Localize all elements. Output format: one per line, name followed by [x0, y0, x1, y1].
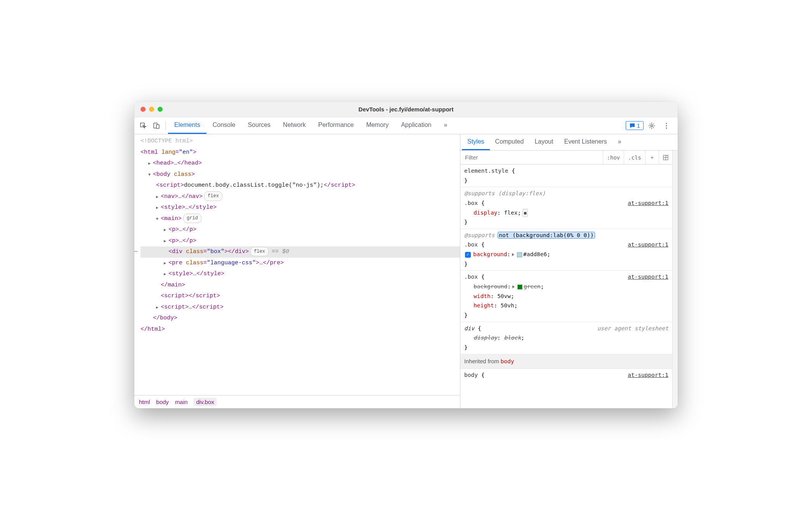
titlebar: DevTools - jec.fyi/demo/at-support	[134, 102, 678, 117]
rule-supports-flex[interactable]: @supports (display:flex) .box {at-suppor…	[460, 187, 672, 229]
close-window-button[interactable]	[141, 107, 146, 112]
tab-elements[interactable]: Elements	[168, 117, 206, 134]
inspect-icon[interactable]	[137, 119, 150, 132]
more-icon[interactable]	[660, 119, 673, 132]
dom-tree[interactable]: <!DOCTYPE html> <html lang="en"> ▶<head>…	[134, 134, 460, 395]
source-link[interactable]: at-support:1	[628, 272, 668, 282]
crumb-body[interactable]: body	[156, 399, 169, 405]
source-link[interactable]: at-support:1	[628, 240, 668, 250]
scrollbar[interactable]	[672, 151, 678, 408]
svg-point-2	[651, 125, 653, 127]
device-toggle-icon[interactable]	[150, 119, 163, 132]
window-title: DevTools - jec.fyi/demo/at-support	[359, 106, 454, 113]
crumb-html[interactable]: html	[139, 399, 150, 405]
subtab-layout[interactable]: Layout	[529, 134, 559, 150]
tab-memory[interactable]: Memory	[360, 117, 395, 134]
crumb-main[interactable]: main	[175, 399, 188, 405]
caret-right-icon[interactable]: ▶	[148, 160, 153, 167]
caret-down-icon[interactable]: ▼	[156, 215, 161, 223]
issues-badge[interactable]: 1	[626, 121, 644, 130]
property-checkbox[interactable]: ✓	[465, 252, 471, 258]
svg-point-4	[666, 125, 667, 126]
fullscreen-window-button[interactable]	[158, 107, 163, 112]
source-link[interactable]: at-support:1	[628, 198, 668, 208]
styles-filter-input[interactable]	[460, 151, 603, 164]
styles-rule-list[interactable]: element.style { } @supports (display:fle…	[460, 165, 672, 408]
toolbar-separator	[165, 121, 166, 130]
console-ref: == $0	[272, 248, 289, 255]
grid-badge[interactable]: grid	[183, 213, 201, 223]
new-rule-icon[interactable]: ＋	[645, 151, 659, 164]
minimize-window-button[interactable]	[149, 107, 154, 112]
caret-right-icon[interactable]: ▶	[164, 226, 168, 234]
crumb-divbox[interactable]: div.box	[194, 398, 216, 406]
caret-right-icon[interactable]: ▶	[156, 204, 161, 212]
caret-right-icon[interactable]: ▶	[164, 238, 168, 245]
tabs-overflow-icon[interactable]: »	[437, 117, 453, 134]
issues-count: 1	[637, 122, 640, 129]
rule-inline[interactable]: element.style { }	[460, 165, 672, 187]
main-tabs: Elements Console Sources Network Perform…	[168, 117, 626, 134]
hov-toggle[interactable]: :hov	[603, 151, 624, 164]
caret-right-icon[interactable]: ▶	[164, 260, 168, 267]
rule-body[interactable]: body {at-support:1	[460, 369, 672, 382]
main-area: <!DOCTYPE html> <html lang="en"> ▶<head>…	[134, 134, 678, 408]
styles-subtabs: Styles Computed Layout Event Listeners »	[460, 134, 678, 151]
rule-supports-not[interactable]: @supports not (background:lab(0% 0 0)) .…	[460, 229, 672, 271]
caret-right-icon[interactable]: ▶	[156, 304, 161, 311]
tab-application[interactable]: Application	[395, 117, 437, 134]
rule-box[interactable]: .box {at-support:1 background:green; wid…	[460, 271, 672, 322]
styles-panel: Styles Computed Layout Event Listeners »…	[460, 134, 678, 408]
subtab-styles[interactable]: Styles	[462, 134, 490, 150]
svg-point-5	[666, 127, 667, 128]
rule-ua[interactable]: div {user agent stylesheet display: bloc…	[460, 322, 672, 354]
user-agent-label: user agent stylesheet	[597, 324, 668, 333]
tab-console[interactable]: Console	[206, 117, 242, 134]
color-swatch[interactable]	[517, 284, 522, 290]
settings-icon[interactable]	[645, 119, 658, 132]
source-link[interactable]: at-support:1	[628, 370, 668, 380]
flex-badge[interactable]: flex	[204, 191, 222, 201]
toolbar-right: 1	[626, 119, 675, 132]
caret-right-icon[interactable]: ▶	[156, 193, 161, 201]
subtab-event-listeners[interactable]: Event Listeners	[559, 134, 612, 150]
color-swatch[interactable]	[517, 252, 522, 257]
main-toolbar: Elements Console Sources Network Perform…	[134, 117, 678, 134]
devtools-window: DevTools - jec.fyi/demo/at-support Eleme…	[134, 102, 678, 408]
at-supports-condition-highlight: not (background:lab(0% 0 0))	[498, 232, 594, 238]
traffic-lights	[141, 107, 163, 112]
tab-network[interactable]: Network	[277, 117, 312, 134]
cls-toggle[interactable]: .cls	[624, 151, 645, 164]
inherited-from-bar: Inherited from body	[460, 354, 672, 369]
caret-down-icon[interactable]: ▼	[148, 171, 153, 179]
flexbox-editor-icon[interactable]: ▦	[522, 209, 528, 217]
breadcrumbs: html body main div.box	[134, 395, 460, 408]
svg-point-3	[666, 123, 667, 124]
expand-shorthand-icon[interactable]	[512, 253, 514, 256]
flex-badge[interactable]: flex	[250, 247, 269, 257]
filter-row: :hov .cls ＋	[460, 151, 672, 165]
layout-toggle-icon[interactable]	[659, 151, 672, 164]
subtabs-overflow-icon[interactable]: »	[612, 134, 627, 150]
subtab-computed[interactable]: Computed	[490, 134, 529, 150]
svg-rect-1	[156, 125, 159, 128]
elements-panel: <!DOCTYPE html> <html lang="en"> ▶<head>…	[134, 134, 460, 408]
tab-performance[interactable]: Performance	[312, 117, 360, 134]
chat-icon	[629, 123, 635, 129]
tab-sources[interactable]: Sources	[241, 117, 277, 134]
doctype: <!DOCTYPE html>	[141, 138, 193, 144]
selected-node[interactable]: <div class="box"></div>flex== $0	[141, 246, 460, 258]
expand-shorthand-icon[interactable]	[512, 285, 515, 288]
caret-right-icon[interactable]: ▶	[164, 271, 168, 278]
